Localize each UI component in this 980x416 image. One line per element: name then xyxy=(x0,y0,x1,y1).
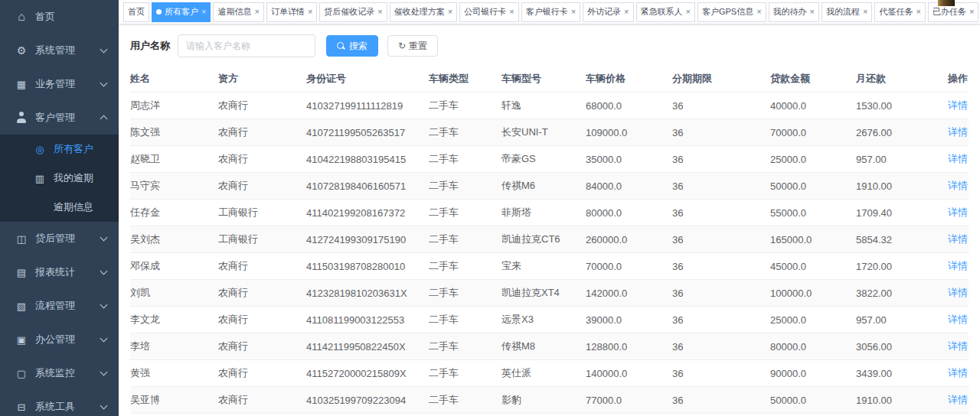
tab-item[interactable]: 我的待办 xyxy=(769,2,819,22)
reset-button[interactable]: 重置 xyxy=(387,35,438,57)
tab-item[interactable]: 贷后催收记录 xyxy=(319,2,387,22)
sidebar-item[interactable]: 所有客户 xyxy=(0,135,119,164)
search-icon xyxy=(337,42,345,50)
sidebar-item[interactable]: 系统管理 xyxy=(0,34,119,67)
close-icon[interactable] xyxy=(254,8,259,16)
tab-item[interactable]: 所有客户 xyxy=(152,2,211,22)
tab-item[interactable]: 客户银行卡 xyxy=(521,2,580,22)
detail-link[interactable]: 详情 xyxy=(948,233,968,245)
close-icon[interactable] xyxy=(810,8,815,16)
close-icon[interactable] xyxy=(509,8,514,16)
tab-item[interactable]: 催收处理方案 xyxy=(390,2,457,22)
cell-loan-amount: 50000.0 xyxy=(770,173,856,200)
close-icon[interactable] xyxy=(448,8,452,16)
close-icon[interactable] xyxy=(969,8,974,16)
icon-spacer xyxy=(34,201,46,213)
sidebar: 首页系统管理业务管理客户管理所有客户我的逾期逾期信息贷后管理报表统计流程管理办公… xyxy=(0,0,119,416)
cell-vehicle-price: 128800.0 xyxy=(586,333,672,360)
sidebar-item[interactable]: 系统监控 xyxy=(0,356,119,390)
tab-item[interactable]: 紧急联系人 xyxy=(636,2,695,22)
sidebar-item[interactable]: 客户管理 xyxy=(0,101,119,135)
sidebar-item[interactable]: 首页 xyxy=(0,0,119,34)
office-icon xyxy=(15,333,28,346)
cell-funder: 农商行 xyxy=(218,360,306,387)
cell-id-number: 41232819810203631X xyxy=(306,280,429,307)
tab-item[interactable]: 公司银行卡 xyxy=(459,2,518,22)
cell-installment-term: 36 xyxy=(672,93,770,119)
sidebar-item[interactable]: 报表统计 xyxy=(0,255,119,289)
detail-link[interactable]: 详情 xyxy=(948,206,968,218)
cell-loan-amount: 55000.0 xyxy=(770,200,856,226)
close-icon[interactable] xyxy=(377,8,382,16)
sidebar-item-label: 报表统计 xyxy=(35,265,75,279)
cell-vehicle-price: 142000.0 xyxy=(586,280,672,307)
reset-button-label: 重置 xyxy=(409,40,427,53)
detail-link[interactable]: 详情 xyxy=(948,340,968,352)
column-header: 身份证号 xyxy=(306,65,429,93)
cell-loan-amount: 25000.0 xyxy=(770,146,856,173)
detail-link[interactable]: 详情 xyxy=(948,126,968,138)
detail-link[interactable]: 详情 xyxy=(948,99,968,111)
cell-operation: 详情 xyxy=(948,93,969,119)
cell-vehicle-price: 70000.0 xyxy=(586,253,672,280)
search-button[interactable]: 搜索 xyxy=(326,35,378,57)
cell-vehicle-model: 轩逸 xyxy=(501,93,586,119)
sidebar-item[interactable]: 流程管理 xyxy=(0,289,119,323)
detail-link[interactable]: 详情 xyxy=(948,367,968,379)
detail-link[interactable]: 详情 xyxy=(948,153,968,164)
cell-installment-term: 36 xyxy=(672,280,770,307)
sidebar-item[interactable]: 我的逾期 xyxy=(0,164,119,193)
sidebar-item[interactable]: 办公管理 xyxy=(0,323,119,356)
close-icon[interactable] xyxy=(571,8,576,16)
sidebar-item[interactable]: 系统工具 xyxy=(0,390,119,416)
cell-id-number: 41152720000215809X xyxy=(306,360,429,387)
detail-link[interactable]: 详情 xyxy=(948,394,968,405)
cell-vehicle-type: 二手车 xyxy=(429,146,501,173)
cell-vehicle-model: 英仕派 xyxy=(501,360,586,387)
sidebar-submenu: 所有客户我的逾期逾期信息 xyxy=(0,135,119,222)
circle-icon xyxy=(34,143,46,155)
cell-loan-amount: 50000.0 xyxy=(770,387,856,414)
close-icon[interactable] xyxy=(308,8,312,16)
sidebar-item[interactable]: 逾期信息 xyxy=(0,193,119,222)
close-icon[interactable] xyxy=(863,8,867,16)
cell-id-number: 410327199111112819 xyxy=(306,93,429,119)
sidebar-item[interactable]: 业务管理 xyxy=(0,67,119,101)
cell-vehicle-type: 二手车 xyxy=(429,226,501,253)
sidebar-item-label: 我的逾期 xyxy=(54,171,93,185)
active-dot-icon xyxy=(156,9,162,15)
search-input[interactable] xyxy=(178,34,315,57)
sidebar-item-label: 办公管理 xyxy=(35,333,75,346)
detail-link[interactable]: 详情 xyxy=(948,260,968,271)
table-row: 陈文强农商行410721199505263517二手车长安UNI-T109000… xyxy=(130,119,969,146)
cell-monthly-payment: 3822.00 xyxy=(856,280,948,307)
tab-item[interactable]: 首页 xyxy=(123,2,149,22)
search-label: 用户名称 xyxy=(130,39,170,53)
close-icon[interactable] xyxy=(686,8,691,16)
close-icon[interactable] xyxy=(916,8,920,16)
tab-item[interactable]: 外访记录 xyxy=(583,2,633,22)
cell-operation: 详情 xyxy=(948,200,969,226)
detail-link[interactable]: 详情 xyxy=(948,314,968,325)
tab-item[interactable]: 订单详情 xyxy=(266,2,317,22)
tab-item[interactable]: 我的流程 xyxy=(822,2,872,22)
tab-item[interactable]: 代签任务 xyxy=(874,2,925,22)
cell-funder: 农商行 xyxy=(218,387,306,414)
detail-link[interactable]: 详情 xyxy=(948,180,968,191)
detail-link[interactable]: 详情 xyxy=(948,287,968,298)
close-icon[interactable] xyxy=(756,8,761,16)
tab-item[interactable]: 客户GPS信息 xyxy=(697,2,766,22)
cell-vehicle-model: 宝来 xyxy=(501,253,586,280)
close-icon[interactable] xyxy=(624,8,629,16)
cell-vehicle-price: 77000.0 xyxy=(586,387,672,414)
tab-item[interactable]: 逾期信息 xyxy=(213,2,263,22)
cell-installment-term: 36 xyxy=(672,119,770,146)
sidebar-item[interactable]: 贷后管理 xyxy=(0,222,119,255)
close-icon[interactable] xyxy=(201,8,206,16)
cell-operation: 详情 xyxy=(948,226,969,253)
cell-vehicle-type: 二手车 xyxy=(429,93,501,119)
cell-vehicle-type: 二手车 xyxy=(429,387,501,414)
cell-operation: 详情 xyxy=(948,119,969,146)
chevron-down-icon xyxy=(100,301,108,309)
cell-vehicle-model: 凯迪拉克CT6 xyxy=(501,226,586,253)
